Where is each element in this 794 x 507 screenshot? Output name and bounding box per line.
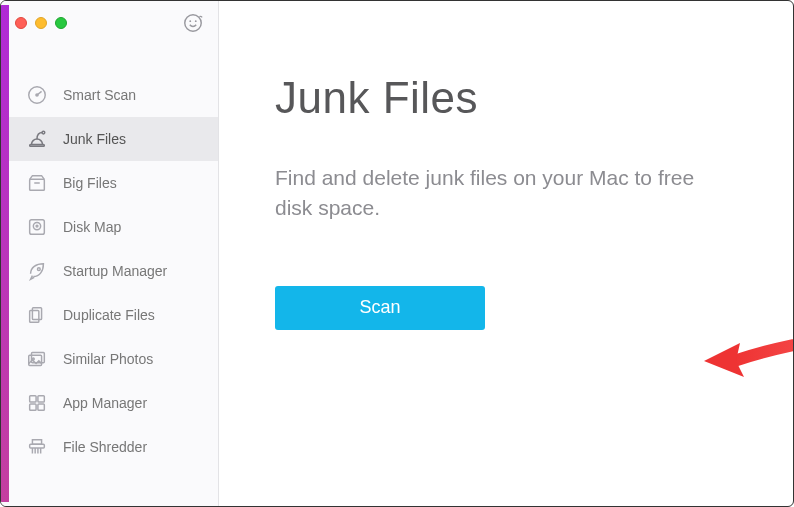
- maximize-window-button[interactable]: [55, 17, 67, 29]
- sidebar-item-label: Similar Photos: [63, 351, 153, 367]
- close-window-button[interactable]: [15, 17, 27, 29]
- sidebar-item-label: Big Files: [63, 175, 117, 191]
- window-left-accent: [1, 5, 9, 502]
- sidebar-item-label: File Shredder: [63, 439, 147, 455]
- scan-button[interactable]: Scan: [275, 286, 485, 330]
- svg-point-0: [185, 15, 202, 32]
- svg-point-4: [36, 94, 38, 96]
- page-subtitle: Find and delete junk files on your Mac t…: [275, 163, 735, 224]
- svg-point-2: [195, 20, 197, 22]
- sidebar-nav: Smart Scan Junk Files Big Files: [1, 45, 218, 469]
- svg-point-6: [42, 131, 45, 134]
- svg-rect-19: [30, 404, 36, 410]
- window-controls: [15, 17, 67, 29]
- svg-rect-13: [30, 310, 39, 322]
- sidebar-item-startup-manager[interactable]: Startup Manager: [1, 249, 218, 293]
- sidebar-item-smart-scan[interactable]: Smart Scan: [1, 73, 218, 117]
- apps-icon: [25, 391, 49, 415]
- shredder-icon: [25, 435, 49, 459]
- sidebar-item-label: Disk Map: [63, 219, 121, 235]
- sidebar-item-label: App Manager: [63, 395, 147, 411]
- svg-point-9: [33, 222, 40, 229]
- titlebar: [1, 1, 218, 45]
- svg-rect-20: [38, 404, 44, 410]
- gauge-icon: [25, 83, 49, 107]
- annotation-arrow-icon: [704, 323, 794, 393]
- minimize-window-button[interactable]: [35, 17, 47, 29]
- support-icon[interactable]: [182, 12, 204, 34]
- sidebar-item-big-files[interactable]: Big Files: [1, 161, 218, 205]
- disk-icon: [25, 215, 49, 239]
- sidebar-item-similar-photos[interactable]: Similar Photos: [1, 337, 218, 381]
- svg-point-1: [189, 20, 191, 22]
- duplicate-icon: [25, 303, 49, 327]
- svg-rect-17: [30, 396, 36, 402]
- photos-icon: [25, 347, 49, 371]
- app-window: Smart Scan Junk Files Big Files: [1, 1, 793, 506]
- sidebar-item-app-manager[interactable]: App Manager: [1, 381, 218, 425]
- svg-rect-15: [29, 355, 42, 365]
- svg-marker-22: [704, 343, 744, 377]
- vacuum-icon: [25, 127, 49, 151]
- sidebar-item-junk-files[interactable]: Junk Files: [1, 117, 218, 161]
- sidebar-item-duplicate-files[interactable]: Duplicate Files: [1, 293, 218, 337]
- main-panel: Junk Files Find and delete junk files on…: [219, 1, 793, 506]
- sidebar: Smart Scan Junk Files Big Files: [1, 1, 219, 506]
- rocket-icon: [25, 259, 49, 283]
- sidebar-item-label: Smart Scan: [63, 87, 136, 103]
- box-icon: [25, 171, 49, 195]
- svg-rect-18: [38, 396, 44, 402]
- svg-point-10: [36, 225, 38, 227]
- svg-rect-7: [30, 179, 45, 190]
- page-title: Junk Files: [275, 73, 737, 123]
- sidebar-item-file-shredder[interactable]: File Shredder: [1, 425, 218, 469]
- svg-rect-12: [32, 308, 41, 320]
- sidebar-item-label: Startup Manager: [63, 263, 167, 279]
- svg-rect-5: [30, 145, 45, 147]
- sidebar-item-disk-map[interactable]: Disk Map: [1, 205, 218, 249]
- sidebar-item-label: Duplicate Files: [63, 307, 155, 323]
- sidebar-item-label: Junk Files: [63, 131, 126, 147]
- svg-point-11: [37, 268, 40, 271]
